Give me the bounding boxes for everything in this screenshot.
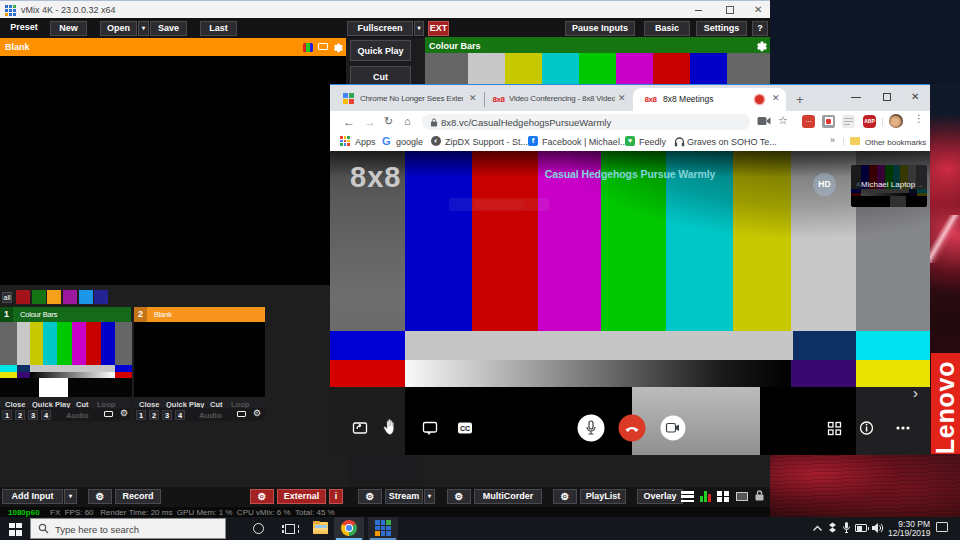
svg-text:CC: CC — [460, 425, 470, 432]
